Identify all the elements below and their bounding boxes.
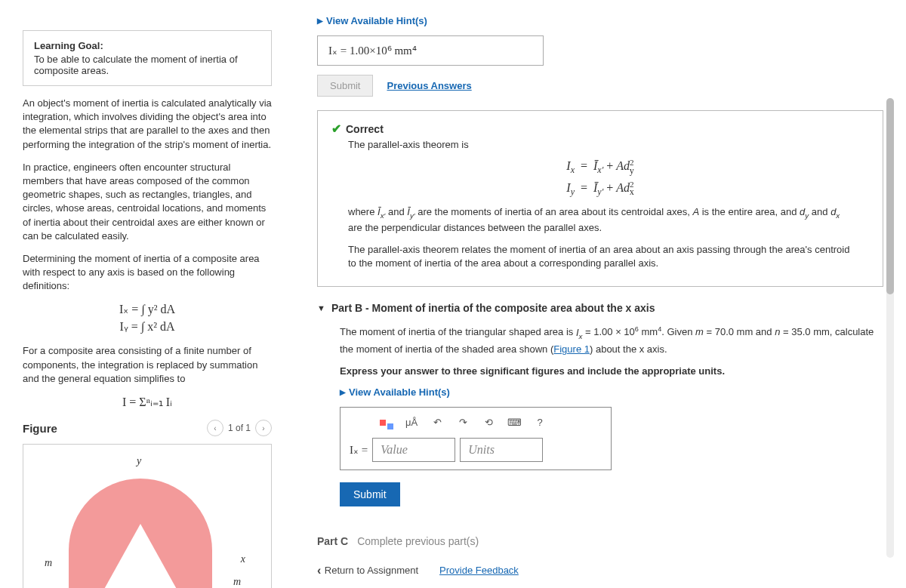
equation-ix: Iₓ = ∫ y² dA [23, 302, 272, 316]
axis-x-label: x [241, 553, 245, 565]
figure-1: y x m n m n m n [23, 444, 272, 588]
part-b-instruction: Express your answer to three significant… [340, 364, 883, 379]
previous-answers-link[interactable]: Previous Answers [387, 80, 471, 91]
templates-icon[interactable] [380, 416, 393, 429]
parallel-axis-eq-x: Ix = Īx′ + Ad2y [331, 158, 869, 177]
correct-sublabel: The parallel-axis theorem is [348, 139, 869, 150]
value-input[interactable]: Value [372, 438, 455, 462]
collapse-icon[interactable]: ▼ [317, 303, 325, 312]
figure-triangle-cutout [103, 524, 178, 588]
part-b-problem-text: The moment of inertia of the triangular … [340, 325, 883, 356]
equation-iy: Iᵧ = ∫ x² dA [23, 319, 272, 334]
axis-y-label: y [137, 455, 141, 467]
dim-m-right: m [233, 576, 241, 588]
part-b-title: Part B - Moment of inertia of the compos… [331, 302, 655, 314]
pager-next-button[interactable]: › [255, 420, 272, 436]
units-input[interactable]: Units [460, 438, 543, 462]
paragraph-2: In practice, engineers often encounter s… [23, 161, 272, 243]
part-c-label: Part C [317, 535, 348, 547]
units-button[interactable]: μÅ [404, 415, 419, 430]
return-to-assignment-link[interactable]: Return to Assignment [317, 564, 418, 577]
figure-pager: ‹ 1 of 1 › [207, 420, 272, 436]
dim-m-left: m [45, 557, 52, 569]
figure-label: Figure [23, 422, 57, 435]
part-a-answer: Iₓ = 1.00×10⁶ mm⁴ [328, 45, 417, 57]
undo-icon[interactable]: ↶ [430, 415, 445, 430]
explain-2: The parallel-axis theorem relates the mo… [348, 243, 854, 272]
view-hints-link-b[interactable]: View Available Hint(s) [340, 386, 883, 398]
view-hints-link-a[interactable]: View Available Hint(s) [317, 15, 883, 26]
figure-1-link[interactable]: Figure 1 [553, 343, 590, 355]
redo-icon[interactable]: ↷ [455, 415, 470, 430]
part-c-text: Complete previous part(s) [357, 535, 479, 547]
learning-goal-text: To be able to calculate the moment of in… [34, 54, 260, 76]
scrollbar[interactable] [886, 98, 894, 558]
correct-feedback-box: ✔ Correct The parallel-axis theorem is I… [317, 110, 883, 287]
right-panel: View Available Hint(s) Iₓ = 1.00×10⁶ mm⁴… [272, 0, 906, 588]
checkmark-icon: ✔ [331, 122, 341, 136]
paragraph-3: Determining the moment of inertia of a c… [23, 252, 272, 294]
figure-header: Figure ‹ 1 of 1 › [23, 420, 272, 436]
ix-label: Iₓ = [350, 443, 368, 457]
submit-button[interactable]: Submit [340, 482, 400, 506]
part-c-row: Part C Complete previous part(s) [317, 535, 883, 547]
keyboard-icon[interactable]: ⌨ [507, 415, 522, 430]
equation-sum: I = Σⁿᵢ₌₁ Iᵢ [23, 395, 272, 409]
part-a-answer-box: Iₓ = 1.00×10⁶ mm⁴ [317, 35, 544, 66]
pager-prev-button[interactable]: ‹ [207, 420, 223, 436]
paragraph-1: An object's moment of inertia is calcula… [23, 97, 272, 152]
learning-goal-title: Learning Goal: [34, 40, 260, 51]
explain-1: where Īx′ and Īy′ are the moments of ine… [348, 205, 854, 236]
correct-label: Correct [346, 123, 384, 135]
paragraph-4: For a composite area consisting of a fin… [23, 344, 272, 386]
answer-input-panel: μÅ ↶ ↷ ⟲ ⌨ ? Iₓ = Value Units [340, 407, 612, 470]
scrollbar-thumb[interactable] [886, 98, 894, 294]
provide-feedback-link[interactable]: Provide Feedback [439, 565, 519, 576]
parallel-axis-eq-y: Iy = Īy′ + Ad2x [331, 180, 869, 199]
left-panel: Learning Goal: To be able to calculate t… [0, 0, 272, 588]
submit-button-disabled: Submit [317, 75, 373, 97]
help-icon[interactable]: ? [532, 415, 547, 430]
part-b-body: The moment of inertia of the triangular … [317, 325, 883, 520]
part-b-header: ▼ Part B - Moment of inertia of the comp… [317, 302, 883, 314]
learning-goal-box: Learning Goal: To be able to calculate t… [23, 30, 272, 86]
pager-text: 1 of 1 [228, 423, 251, 433]
reset-icon[interactable]: ⟲ [481, 415, 496, 430]
